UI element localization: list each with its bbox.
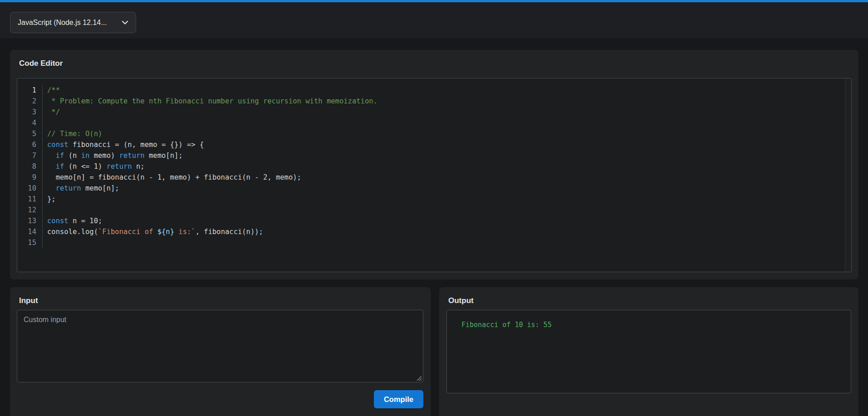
- line-number: 5: [17, 128, 43, 139]
- code-line: 11};: [17, 194, 844, 205]
- code-editor-title: Code Editor: [19, 59, 63, 68]
- output-panel-title: Output: [448, 296, 474, 305]
- code-line: 14console.log(`Fibonacci of ${n} is:`, f…: [17, 226, 844, 237]
- code-line: 2 * Problem: Compute the nth Fibonacci n…: [17, 96, 844, 107]
- code-line-text: if (n in memo) return memo[n];: [43, 150, 183, 161]
- code-line: 8 if (n <= 1) return n;: [17, 161, 844, 172]
- language-selector[interactable]: JavaScript (Node.js 12.14...: [10, 12, 136, 33]
- language-selector-value: JavaScript (Node.js 12.14...: [18, 19, 107, 27]
- line-number: 11: [17, 194, 43, 205]
- code-line-text: };: [43, 194, 56, 205]
- code-line: 1/**: [17, 85, 844, 96]
- line-number: 1: [17, 85, 43, 96]
- code-line: 13const n = 10;: [17, 215, 844, 226]
- code-line: 4: [17, 117, 844, 128]
- output-console: Fibonacci of 10 is: 55: [446, 310, 851, 393]
- code-line: 7 if (n in memo) return memo[n];: [17, 150, 844, 161]
- line-number: 9: [17, 172, 43, 183]
- output-text: Fibonacci of 10 is: 55: [447, 310, 851, 339]
- code-line-text: [43, 117, 47, 128]
- code-line-text: const fibonacci = (n, memo = {}) => {: [43, 139, 204, 150]
- line-number: 15: [17, 237, 43, 248]
- output-panel: Output Fibonacci of 10 is: 55: [439, 287, 858, 416]
- line-number: 13: [17, 215, 43, 226]
- code-line: 15: [17, 237, 844, 248]
- resize-grip-icon[interactable]: [416, 375, 422, 381]
- custom-input-textarea[interactable]: [17, 310, 423, 382]
- code-line: 6const fibonacci = (n, memo = {}) => {: [17, 139, 844, 150]
- code-line: 12: [17, 205, 844, 215]
- line-number: 3: [17, 107, 43, 117]
- code-line-text: */: [43, 107, 60, 117]
- line-number: 10: [17, 183, 43, 194]
- input-panel-title: Input: [19, 296, 38, 305]
- input-panel: Input Compile: [10, 287, 431, 416]
- line-number: 8: [17, 161, 43, 172]
- code-line-text: if (n <= 1) return n;: [43, 161, 145, 172]
- editor-scrollbar[interactable]: [845, 78, 851, 272]
- code-line-text: [43, 237, 47, 248]
- line-number: 2: [17, 96, 43, 107]
- custom-input-wrap: [17, 310, 423, 382]
- code-line: 9 memo[n] = fibonacci(n - 1, memo) + fib…: [17, 172, 844, 183]
- code-line-text: memo[n] = fibonacci(n - 1, memo) + fibon…: [43, 172, 301, 183]
- code-line-text: return memo[n];: [43, 183, 119, 194]
- line-number: 12: [17, 205, 43, 215]
- chevron-down-icon: [122, 20, 128, 25]
- code-line-text: console.log(`Fibonacci of ${n} is:`, fib…: [43, 226, 263, 237]
- code-line-text: // Time: O(n): [43, 128, 102, 139]
- line-number: 7: [17, 150, 43, 161]
- code-line-text: [43, 205, 47, 215]
- code-lines: 1/**2 * Problem: Compute the nth Fibonac…: [17, 85, 844, 248]
- line-number: 6: [17, 139, 43, 150]
- line-number: 14: [17, 226, 43, 237]
- line-number: 4: [17, 117, 43, 128]
- compile-button[interactable]: Compile: [374, 390, 423, 408]
- code-line-text: /**: [43, 85, 60, 96]
- toolbar: JavaScript (Node.js 12.14...: [0, 2, 868, 39]
- code-line-text: * Problem: Compute the nth Fibonacci num…: [43, 96, 378, 107]
- code-area[interactable]: 1/**2 * Problem: Compute the nth Fibonac…: [17, 78, 852, 272]
- code-line: 3 */: [17, 107, 844, 117]
- code-line: 5// Time: O(n): [17, 128, 844, 139]
- code-line-text: const n = 10;: [43, 215, 102, 226]
- code-editor-panel: Code Editor 1/**2 * Problem: Compute the…: [10, 50, 858, 279]
- code-line: 10 return memo[n];: [17, 183, 844, 194]
